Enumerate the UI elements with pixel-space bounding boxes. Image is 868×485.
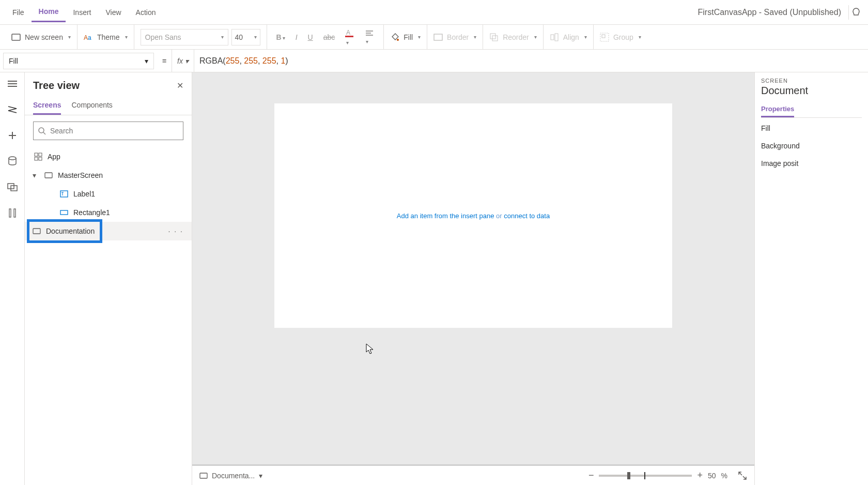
tree-search[interactable] [33, 122, 183, 140]
formula-bar: Fill ▾ = fx ▾ RGBA(255, 255, 255, 1) [0, 50, 868, 72]
zoom-value: 50 [708, 472, 716, 480]
theme-button[interactable]: Aa Theme ▾ [78, 25, 134, 50]
zoom-slider[interactable] [599, 475, 692, 477]
tree-node-masterscreen[interactable]: ▾ MasterScreen [25, 166, 192, 185]
menu-insert[interactable]: Insert [66, 3, 98, 22]
property-image-position[interactable]: Image posit [761, 153, 862, 171]
label-icon [59, 190, 69, 198]
menu-file[interactable]: File [5, 3, 32, 22]
canvas-hint: Add an item from the insert pane or conn… [397, 212, 550, 220]
chevron-down-icon: ▾ [68, 34, 71, 40]
font-name-select[interactable]: Open Sans ▾ [141, 29, 228, 46]
mouse-cursor-icon [366, 343, 375, 355]
media-icon[interactable] [5, 180, 20, 194]
data-icon[interactable] [5, 154, 20, 169]
insert-icon[interactable] [5, 128, 20, 143]
design-canvas[interactable]: Add an item from the insert pane or conn… [274, 103, 672, 328]
chevron-down-icon: ▾ [254, 34, 257, 40]
menu-home[interactable]: Home [32, 2, 66, 22]
new-screen-label: New screen [25, 33, 63, 41]
bold-button[interactable]: B▾ [273, 31, 288, 43]
svg-text:A: A [84, 34, 88, 41]
insert-pane-link[interactable]: Add an item from the insert pane [397, 212, 494, 220]
fit-to-window-icon[interactable] [738, 471, 747, 480]
svg-rect-30 [35, 157, 38, 160]
theme-icon: Aa [84, 33, 93, 42]
property-selector[interactable]: Fill ▾ [3, 53, 154, 69]
hamburger-icon[interactable] [5, 77, 20, 91]
svg-rect-12 [551, 35, 554, 40]
tree-node-documentation[interactable]: Documentation · · · [25, 222, 192, 240]
tree-view-title: Tree view [33, 80, 177, 92]
strikethrough-button[interactable]: abc [320, 31, 338, 43]
svg-rect-38 [200, 473, 207, 478]
properties-pane: SCREEN Document Properties Fill Backgrou… [754, 72, 868, 485]
svg-rect-15 [602, 35, 605, 38]
zoom-in-button[interactable]: + [697, 470, 703, 481]
screen-icon [11, 33, 21, 42]
tree-node-label: MasterScreen [58, 171, 103, 179]
screen-selector[interactable]: Documenta... ▾ [199, 472, 262, 480]
text-align-button[interactable]: ▾ [362, 27, 377, 47]
fill-button[interactable]: Fill ▾ [384, 25, 427, 50]
connect-data-link[interactable]: connect to data [504, 212, 550, 220]
font-size-value: 40 [235, 33, 243, 41]
chevron-down-icon: ▾ [125, 34, 128, 40]
align-button[interactable]: Align ▾ [544, 25, 594, 50]
tree-node-label: App [48, 153, 60, 161]
tab-components[interactable]: Components [71, 97, 112, 115]
reorder-label: Reorder [503, 33, 529, 41]
chevron-down-icon: ▾ [259, 472, 262, 480]
chevron-down-icon[interactable]: ▾ [29, 171, 39, 179]
property-background-image[interactable]: Background [761, 135, 862, 153]
tab-screens[interactable]: Screens [33, 97, 61, 115]
ribbon: New screen ▾ Aa Theme ▾ Open Sans ▾ 40 ▾… [0, 25, 868, 50]
tree-node-label1[interactable]: Label1 [25, 185, 192, 203]
reorder-button[interactable]: Reorder ▾ [483, 25, 544, 50]
tree-node-app[interactable]: App [25, 147, 192, 166]
svg-rect-14 [600, 33, 609, 41]
font-size-select[interactable]: 40 ▾ [231, 29, 260, 46]
tab-properties[interactable]: Properties [761, 102, 794, 117]
menu-action[interactable]: Action [129, 3, 163, 22]
svg-text:A: A [346, 29, 350, 36]
app-checker-icon[interactable] [848, 5, 863, 20]
screen-icon [199, 473, 208, 479]
more-options-icon[interactable]: · · · [168, 227, 183, 235]
advanced-tools-icon[interactable] [5, 206, 20, 220]
fx-label: fx [177, 57, 183, 65]
chevron-down-icon: ▾ [639, 34, 641, 40]
svg-rect-37 [33, 229, 40, 234]
svg-line-27 [43, 132, 45, 134]
menu-view[interactable]: View [98, 3, 128, 22]
equals-label: = [157, 57, 172, 65]
close-icon[interactable]: ✕ [177, 81, 183, 90]
reorder-icon [489, 33, 499, 42]
selection-highlight: Documentation [27, 219, 102, 243]
svg-rect-28 [35, 153, 38, 156]
group-icon [600, 33, 609, 42]
tree-search-input[interactable] [50, 127, 179, 135]
fx-button[interactable]: fx ▾ [172, 50, 194, 72]
chevron-down-icon: ▾ [221, 34, 224, 40]
border-button[interactable]: Border ▾ [427, 25, 483, 50]
zoom-out-button[interactable]: − [588, 470, 594, 481]
font-color-button[interactable]: A ▾ [342, 26, 358, 48]
screen-icon [43, 172, 54, 178]
chevron-down-icon: ▾ [145, 57, 148, 65]
zoom-slider-thumb[interactable] [627, 472, 630, 479]
tree-view-icon[interactable] [5, 102, 20, 117]
canvas-area: Add an item from the insert pane or conn… [192, 72, 754, 485]
new-screen-button[interactable]: New screen ▾ [5, 25, 78, 50]
svg-point-26 [39, 128, 44, 133]
italic-button[interactable]: I [292, 31, 301, 43]
svg-rect-0 [12, 34, 20, 40]
theme-label: Theme [97, 33, 120, 41]
underline-button[interactable]: U [305, 31, 316, 43]
formula-input[interactable]: RGBA(255, 255, 255, 1) [194, 56, 293, 66]
property-fill[interactable]: Fill [761, 118, 862, 135]
group-button[interactable]: Group ▾ [594, 25, 647, 50]
tree-view-pane: Tree view ✕ Screens Components App ▾ [25, 72, 192, 485]
chevron-down-icon: ▾ [185, 57, 189, 65]
svg-rect-29 [39, 153, 42, 156]
